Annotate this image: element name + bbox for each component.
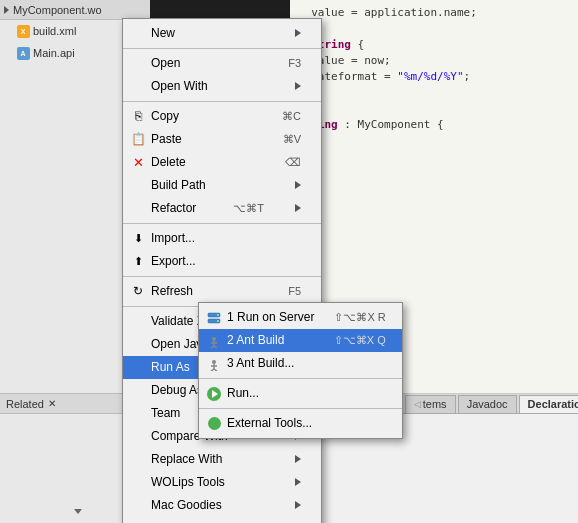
menu-item-copy[interactable]: ⎘ Copy ⌘C bbox=[123, 105, 321, 128]
javadoc-wizard-icon bbox=[129, 336, 147, 354]
menu-item-mac-goodies[interactable]: Mac Goodies bbox=[123, 494, 321, 517]
context-menu: New Open F3 Open With ⎘ Copy ⌘C 📋 Paste … bbox=[122, 18, 322, 523]
menu-label-refactor: Refactor bbox=[151, 199, 196, 218]
run-item-run[interactable]: Run... bbox=[199, 382, 402, 405]
code-line: } bbox=[298, 85, 570, 101]
run-shortcut-server: ⇧⌥⌘X R bbox=[314, 308, 385, 327]
menu-label-import: Import... bbox=[151, 229, 195, 248]
menu-label-wolips: WOLips Tools bbox=[151, 473, 225, 492]
file-name-build: build.xml bbox=[33, 22, 76, 40]
refresh-icon: ↻ bbox=[129, 283, 147, 301]
svg-line-7 bbox=[211, 346, 214, 348]
menu-item-replace[interactable]: Replace With bbox=[123, 448, 321, 471]
menu-label-source: Source bbox=[151, 519, 189, 523]
delete-shortcut: ⌫ bbox=[265, 153, 301, 172]
submenu-arrow-build bbox=[295, 181, 301, 189]
tree-header: MyComponent.wo bbox=[0, 0, 150, 20]
run-item-external[interactable]: External Tools... bbox=[199, 412, 402, 435]
menu-label-replace: Replace With bbox=[151, 450, 222, 469]
xml-file-icon: X bbox=[16, 24, 30, 38]
menu-item-refactor[interactable]: Refactor ⌥⌘T bbox=[123, 197, 321, 220]
api-file-icon: A bbox=[16, 46, 30, 60]
menu-item-import[interactable]: ⬇ Import... bbox=[123, 227, 321, 250]
run-label-ant-build2: 3 Ant Build... bbox=[227, 354, 294, 373]
submenu-arrow-refactor bbox=[295, 204, 301, 212]
validate-icon bbox=[129, 313, 147, 331]
menu-item-open-with[interactable]: Open With bbox=[123, 75, 321, 98]
separator bbox=[123, 223, 321, 224]
expand-icon bbox=[4, 6, 9, 14]
submenu-arrow-wolips bbox=[295, 478, 301, 486]
ant-run-icon bbox=[205, 332, 223, 350]
debug-as-icon bbox=[129, 382, 147, 400]
replace-icon bbox=[129, 451, 147, 469]
run-label-server: 1 Run on Server bbox=[227, 308, 314, 327]
menu-label-refresh: Refresh bbox=[151, 282, 193, 301]
svg-point-2 bbox=[217, 314, 219, 316]
tab-declaration[interactable]: Declaration bbox=[519, 395, 578, 413]
related-close-icon[interactable]: ✕ bbox=[48, 398, 56, 409]
ext-tools-play-icon bbox=[208, 417, 221, 430]
svg-point-9 bbox=[212, 360, 216, 364]
run-label-run: Run... bbox=[227, 384, 259, 403]
run-icon bbox=[205, 385, 223, 403]
team-icon bbox=[129, 405, 147, 423]
menu-label-export: Export... bbox=[151, 252, 196, 271]
compare-icon bbox=[129, 428, 147, 446]
svg-line-13 bbox=[214, 369, 217, 371]
code-line bbox=[298, 101, 570, 117]
menu-item-delete[interactable]: ✕ Delete ⌫ bbox=[123, 151, 321, 174]
menu-label-team: Team bbox=[151, 404, 180, 423]
run-submenu-separator2 bbox=[199, 408, 402, 409]
code-line: eeting : MyComponent { bbox=[298, 117, 570, 133]
paste-shortcut: ⌘V bbox=[263, 130, 301, 149]
run-item-server[interactable]: 1 Run on Server ⇧⌥⌘X R bbox=[199, 306, 402, 329]
source-icon bbox=[129, 520, 147, 524]
menu-item-wolips[interactable]: WOLips Tools bbox=[123, 471, 321, 494]
wolips-icon bbox=[129, 474, 147, 492]
menu-label-open-with: Open With bbox=[151, 77, 208, 96]
svg-line-8 bbox=[214, 346, 217, 348]
submenu-arrow-replace bbox=[295, 455, 301, 463]
menu-item-paste[interactable]: 📋 Paste ⌘V bbox=[123, 128, 321, 151]
menu-item-export[interactable]: ⬆ Export... bbox=[123, 250, 321, 273]
menu-item-open[interactable]: Open F3 bbox=[123, 52, 321, 75]
ant-run2-icon bbox=[205, 355, 223, 373]
menu-label-open: Open bbox=[151, 54, 180, 73]
related-label: Related bbox=[6, 398, 44, 410]
build-path-icon bbox=[129, 177, 147, 195]
code-line: value = application.name; bbox=[298, 5, 570, 21]
svg-line-12 bbox=[211, 369, 214, 371]
open-with-icon bbox=[129, 78, 147, 96]
green-play-icon bbox=[207, 387, 221, 401]
scroll-down-area bbox=[74, 503, 82, 517]
refactor-icon bbox=[129, 200, 147, 218]
import-icon: ⬇ bbox=[129, 230, 147, 248]
code-line: dateformat = "%m/%d/%Y"; bbox=[298, 69, 570, 85]
menu-label-debug-as: Debug As bbox=[151, 381, 203, 400]
menu-item-source[interactable]: Source bbox=[123, 517, 321, 523]
copy-shortcut: ⌘C bbox=[262, 107, 301, 126]
svg-point-4 bbox=[212, 337, 216, 341]
submenu-arrow-new bbox=[295, 29, 301, 37]
run-as-submenu: 1 Run on Server ⇧⌥⌘X R 2 Ant Build ⇧⌥⌘X … bbox=[198, 302, 403, 439]
menu-item-refresh[interactable]: ↻ Refresh F5 bbox=[123, 280, 321, 303]
run-item-ant-build[interactable]: 2 Ant Build ⇧⌥⌘X Q bbox=[199, 329, 402, 352]
run-as-icon bbox=[129, 359, 147, 377]
file-name-api: Main.api bbox=[33, 44, 75, 62]
code-line: WOString { bbox=[298, 37, 570, 53]
delete-icon: ✕ bbox=[129, 154, 147, 172]
code-line bbox=[298, 21, 570, 37]
menu-label-mac-goodies: Mac Goodies bbox=[151, 496, 222, 515]
export-icon: ⬆ bbox=[129, 253, 147, 271]
menu-label-copy: Copy bbox=[151, 107, 179, 126]
new-icon bbox=[129, 25, 147, 43]
menu-item-build-path[interactable]: Build Path bbox=[123, 174, 321, 197]
menu-item-new[interactable]: New bbox=[123, 22, 321, 45]
run-submenu-separator bbox=[199, 378, 402, 379]
tab-items[interactable]: ◁tems bbox=[405, 395, 456, 413]
submenu-arrow-mac-goodies bbox=[295, 501, 301, 509]
run-item-ant-build2[interactable]: 3 Ant Build... bbox=[199, 352, 402, 375]
separator bbox=[123, 48, 321, 49]
tab-javadoc[interactable]: Javadoc bbox=[458, 395, 517, 413]
